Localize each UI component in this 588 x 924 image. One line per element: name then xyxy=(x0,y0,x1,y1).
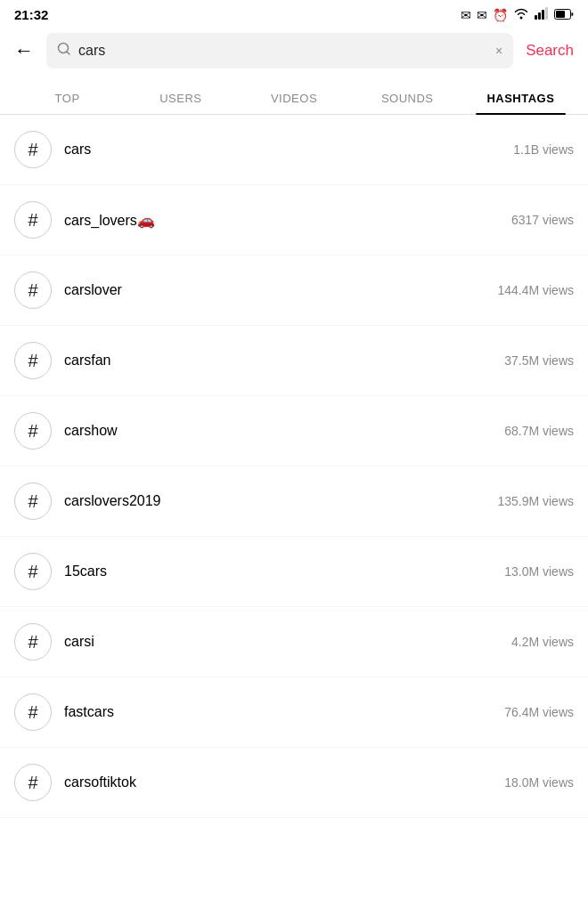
hashtag-item[interactable]: #carslovers2019135.9M views xyxy=(0,466,588,537)
hashtag-name: carsi xyxy=(64,634,511,650)
hash-symbol-icon: # xyxy=(14,131,52,168)
tab-top[interactable]: TOP xyxy=(11,79,124,114)
hash-symbol-icon: # xyxy=(14,342,52,379)
hashtag-item[interactable]: #carslover144.4M views xyxy=(0,255,588,326)
search-clear-button[interactable]: × xyxy=(495,44,502,58)
svg-rect-3 xyxy=(545,7,548,20)
hashtag-name: carslovers2019 xyxy=(64,493,497,509)
hashtag-views: 144.4M views xyxy=(497,283,574,297)
hashtag-item[interactable]: #cars_lovers🚗6317 views xyxy=(0,185,588,255)
back-button[interactable]: ← xyxy=(11,36,37,66)
hash-symbol-icon: # xyxy=(14,412,52,450)
search-icon xyxy=(57,42,71,60)
hashtag-views: 18.0M views xyxy=(504,775,574,790)
hash-symbol-icon: # xyxy=(14,553,52,590)
search-header: ← cars × Search xyxy=(0,26,588,76)
hash-symbol-icon: # xyxy=(14,201,52,239)
hashtag-views: 135.9M views xyxy=(497,494,574,508)
alarm-icon: ⏰ xyxy=(493,8,508,22)
hash-symbol-icon: # xyxy=(14,623,52,661)
hashtag-name: carsfan xyxy=(64,353,504,369)
hash-symbol-icon: # xyxy=(14,764,52,801)
hashtag-item[interactable]: #cars1.1B views xyxy=(0,115,588,185)
hash-symbol-icon: # xyxy=(14,482,52,520)
hashtag-views: 1.1B views xyxy=(513,142,574,157)
svg-rect-1 xyxy=(538,12,541,20)
tab-videos[interactable]: VIDEOS xyxy=(237,79,350,114)
search-input-value: cars xyxy=(78,43,488,59)
hashtag-views: 4.2M views xyxy=(511,635,574,649)
tab-users[interactable]: USERS xyxy=(124,79,237,114)
tabs-bar: TOPUSERSVIDEOSSOUNDSHASHTAGS xyxy=(0,79,588,115)
hashtag-views: 76.4M views xyxy=(504,705,574,719)
status-icons: ✉ ✉ ⏰ xyxy=(461,7,574,22)
hashtag-views: 37.5M views xyxy=(504,353,574,368)
tab-hashtags[interactable]: HASHTAGS xyxy=(464,79,577,114)
wifi-icon xyxy=(513,7,529,22)
hashtag-name: carsoftiktok xyxy=(64,774,504,790)
signal-icon xyxy=(535,7,549,22)
battery-icon xyxy=(554,8,574,22)
hashtag-item[interactable]: #15cars13.0M views xyxy=(0,537,588,607)
mail1-icon: ✉ xyxy=(461,8,471,22)
search-bar[interactable]: cars × xyxy=(46,33,513,69)
mail2-icon: ✉ xyxy=(477,8,487,22)
hashtag-views: 6317 views xyxy=(511,213,574,227)
tab-sounds[interactable]: SOUNDS xyxy=(351,79,464,114)
status-bar: 21:32 ✉ ✉ ⏰ xyxy=(0,0,588,26)
hash-symbol-icon: # xyxy=(14,272,52,309)
hashtag-name: fastcars xyxy=(64,704,504,720)
hashtag-item[interactable]: #carshow68.7M views xyxy=(0,396,588,466)
hashtag-name: cars xyxy=(64,142,513,158)
search-button[interactable]: Search xyxy=(522,42,577,60)
hashtag-name: cars_lovers🚗 xyxy=(64,212,511,229)
status-time: 21:32 xyxy=(14,7,48,22)
svg-rect-0 xyxy=(535,15,537,20)
hashtag-item[interactable]: #carsfan37.5M views xyxy=(0,326,588,396)
hashtag-name: 15cars xyxy=(64,563,504,580)
svg-rect-2 xyxy=(542,10,544,20)
hashtag-item[interactable]: #carsi4.2M views xyxy=(0,607,588,677)
svg-rect-5 xyxy=(556,11,565,18)
hashtag-name: carslover xyxy=(64,282,497,298)
hashtag-name: carshow xyxy=(64,423,504,439)
hash-symbol-icon: # xyxy=(14,693,52,731)
hashtag-item[interactable]: #fastcars76.4M views xyxy=(0,677,588,748)
hashtag-views: 68.7M views xyxy=(504,424,574,438)
hashtag-item[interactable]: #carsoftiktok18.0M views xyxy=(0,748,588,818)
hashtag-list: #cars1.1B views#cars_lovers🚗6317 views#c… xyxy=(0,115,588,818)
hashtag-views: 13.0M views xyxy=(504,564,574,579)
